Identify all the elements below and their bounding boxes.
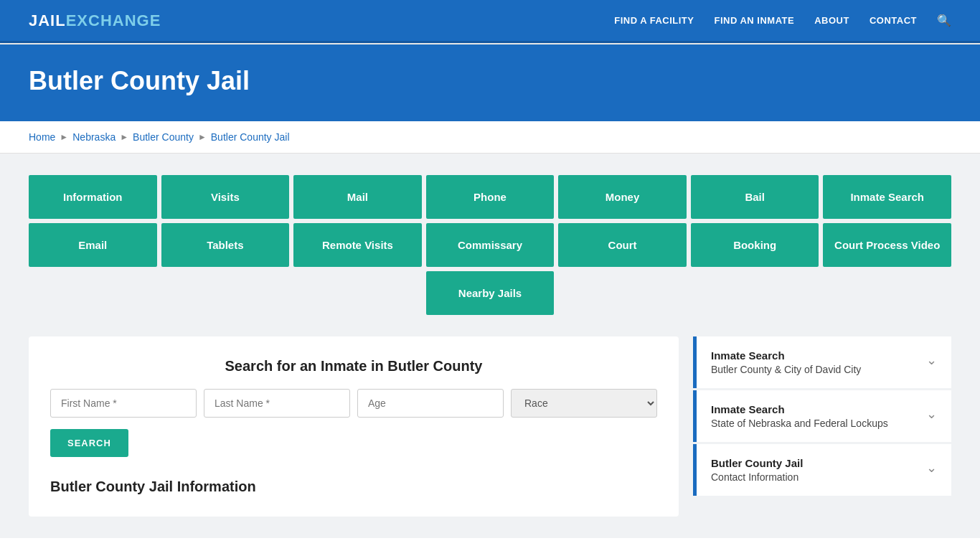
chevron-down-icon-1: ⌄ bbox=[926, 352, 937, 368]
breadcrumb-sep-2: ► bbox=[120, 132, 128, 142]
btn-information[interactable]: Information bbox=[29, 175, 157, 219]
btn-booking[interactable]: Booking bbox=[691, 223, 819, 267]
content-area: Search for an Inmate in Butler County Ra… bbox=[29, 336, 951, 517]
btn-court[interactable]: Court bbox=[558, 223, 687, 267]
search-form: Race White Black Hispanic Asian Other bbox=[50, 389, 657, 418]
last-name-input[interactable] bbox=[204, 389, 350, 418]
breadcrumb-nebraska[interactable]: Nebraska bbox=[72, 131, 116, 143]
button-grid-row1: Information Visits Mail Phone Money Bail… bbox=[29, 175, 951, 219]
btn-mail[interactable]: Mail bbox=[293, 175, 422, 219]
btn-bail[interactable]: Bail bbox=[691, 175, 819, 219]
btn-money[interactable]: Money bbox=[558, 175, 687, 219]
btn-visits[interactable]: Visits bbox=[161, 175, 290, 219]
left-panel: Search for an Inmate in Butler County Ra… bbox=[29, 336, 679, 517]
age-input[interactable] bbox=[357, 389, 504, 418]
breadcrumb-sep-1: ► bbox=[60, 132, 68, 142]
btn-remote-visits[interactable]: Remote Visits bbox=[293, 223, 422, 267]
sidebar-card-sublabel-1: Butler County & City of David City bbox=[711, 364, 861, 375]
chevron-down-icon-2: ⌄ bbox=[926, 406, 937, 422]
breadcrumb: Home ► Nebraska ► Butler County ► Butler… bbox=[29, 131, 951, 143]
first-name-input[interactable] bbox=[50, 389, 197, 418]
btn-nearby-jails[interactable]: Nearby Jails bbox=[426, 271, 555, 315]
main-nav: FIND A FACILITY FIND AN INMATE ABOUT CON… bbox=[614, 14, 951, 27]
header: JAILEXCHANGE FIND A FACILITY FIND AN INM… bbox=[0, 0, 980, 43]
logo[interactable]: JAILEXCHANGE bbox=[29, 11, 161, 30]
nav-about[interactable]: ABOUT bbox=[814, 15, 849, 26]
chevron-down-icon-3: ⌄ bbox=[926, 460, 937, 476]
sidebar-card-content-1: Inmate Search Butler County & City of Da… bbox=[711, 349, 861, 375]
sidebar-card-inmate-search-butler[interactable]: Inmate Search Butler County & City of Da… bbox=[693, 336, 951, 388]
button-grid-row2: Email Tablets Remote Visits Commissary C… bbox=[29, 223, 951, 267]
main-content: Information Visits Mail Phone Money Bail… bbox=[0, 154, 980, 538]
nav-find-inmate[interactable]: FIND AN INMATE bbox=[714, 15, 794, 26]
btn-tablets[interactable]: Tablets bbox=[161, 223, 290, 267]
btn-commissary[interactable]: Commissary bbox=[426, 223, 555, 267]
button-grid-row3: Nearby Jails bbox=[29, 271, 951, 315]
right-panel: Inmate Search Butler County & City of Da… bbox=[693, 336, 951, 517]
breadcrumb-butler-county[interactable]: Butler County bbox=[133, 131, 194, 143]
btn-email[interactable]: Email bbox=[29, 223, 157, 267]
logo-exchange: EXCHANGE bbox=[66, 11, 161, 29]
sidebar-card-sublabel-3: Contact Information bbox=[711, 471, 803, 483]
btn-inmate-search[interactable]: Inmate Search bbox=[823, 175, 951, 219]
sidebar-card-sublabel-2: State of Nebraska and Federal Lockups bbox=[711, 418, 888, 429]
section-subtitle: Butler County Jail Information bbox=[50, 479, 657, 495]
race-select[interactable]: Race White Black Hispanic Asian Other bbox=[511, 389, 657, 418]
sidebar-card-content-2: Inmate Search State of Nebraska and Fede… bbox=[711, 403, 888, 429]
search-title: Search for an Inmate in Butler County bbox=[50, 358, 657, 375]
hero-banner: Butler County Jail bbox=[0, 44, 980, 121]
sidebar-card-label-1: Inmate Search bbox=[711, 349, 861, 362]
sidebar-card-contact-info[interactable]: Butler County Jail Contact Information ⌄ bbox=[693, 444, 951, 496]
btn-phone[interactable]: Phone bbox=[426, 175, 555, 219]
logo-jail: JAIL bbox=[29, 11, 66, 29]
breadcrumb-current: Butler County Jail bbox=[211, 131, 290, 143]
sidebar-card-content-3: Butler County Jail Contact Information bbox=[711, 457, 803, 483]
page-title: Butler County Jail bbox=[29, 66, 951, 96]
breadcrumb-bar: Home ► Nebraska ► Butler County ► Butler… bbox=[0, 121, 980, 154]
breadcrumb-home[interactable]: Home bbox=[29, 131, 55, 143]
breadcrumb-sep-3: ► bbox=[198, 132, 207, 142]
sidebar-card-label-3: Butler County Jail bbox=[711, 457, 803, 469]
nav-contact[interactable]: CONTACT bbox=[870, 15, 917, 26]
search-icon[interactable]: 🔍 bbox=[937, 14, 951, 27]
nav-find-facility[interactable]: FIND A FACILITY bbox=[614, 15, 694, 26]
sidebar-card-label-2: Inmate Search bbox=[711, 403, 888, 415]
btn-court-process-video[interactable]: Court Process Video bbox=[823, 223, 951, 267]
sidebar-card-inmate-search-nebraska[interactable]: Inmate Search State of Nebraska and Fede… bbox=[693, 390, 951, 442]
search-button[interactable]: SEARCH bbox=[50, 429, 128, 457]
